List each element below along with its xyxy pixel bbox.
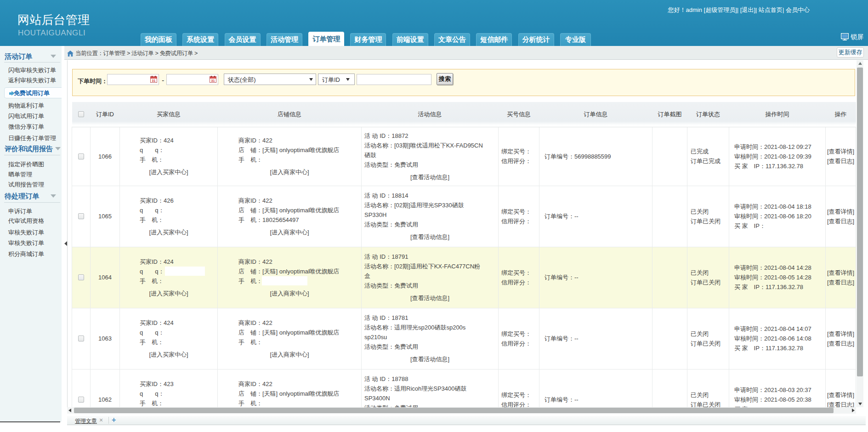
svg-text:31: 31 (211, 79, 215, 82)
svg-text:31: 31 (152, 79, 156, 82)
